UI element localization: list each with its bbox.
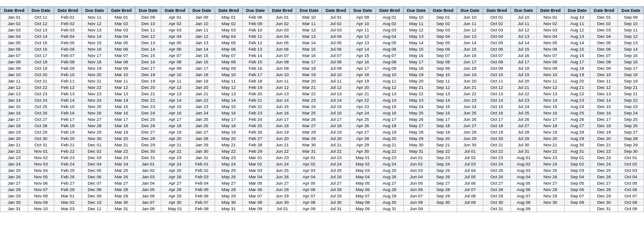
cell-10-7: Jan 19: [189, 78, 215, 84]
cell-10-5: Dec 19: [135, 78, 161, 84]
cell-15-19: Jul 25: [510, 110, 536, 116]
cell-21-6: Apr 22: [161, 148, 189, 155]
cell-2-16: Sep 03: [429, 27, 457, 33]
cell-16-19: Jul 26: [510, 116, 536, 123]
cell-21-9: Feb 29: [242, 148, 268, 155]
cell-7-20: Nov 08: [536, 59, 564, 65]
cell-1-20: Nov 02: [536, 21, 564, 27]
cell-1-2: Feb 02: [54, 21, 82, 27]
col-due-4: Due Date: [242, 7, 268, 14]
cell-18-1: Oct 29: [28, 129, 54, 135]
cell-28-9: Mar 07: [242, 193, 268, 199]
cell-28-13: May 07: [350, 193, 376, 199]
cell-18-8: May 19: [215, 129, 242, 135]
cell-9-16: Sep 10: [429, 72, 457, 78]
cell-18-6: Apr 19: [161, 129, 189, 135]
cell-5-8: May 06: [215, 46, 242, 52]
cell-26-15: Jun 05: [403, 180, 429, 186]
cell-15-9: Feb 23: [242, 110, 268, 116]
cell-26-21: Sep 05: [564, 180, 590, 186]
cell-22-19: Aug 01: [510, 155, 536, 161]
cell-11-20: Nov 12: [536, 84, 564, 91]
cell-25-11: Apr 04: [296, 174, 322, 180]
cell-8-23: Sep 17: [618, 65, 644, 72]
cell-3-6: Apr 04: [161, 33, 189, 40]
cell-16-15: May 26: [403, 116, 429, 123]
cell-26-9: Mar 05: [242, 180, 268, 186]
cell-25-13: May 04: [350, 174, 376, 180]
cell-19-7: Jan 28: [189, 135, 215, 142]
cell-23-15: Jun 02: [403, 161, 429, 167]
cell-2-14: Aug 03: [376, 27, 403, 33]
cell-14-7: Jan 23: [189, 103, 215, 110]
cell-0-16: Sep 01: [429, 14, 457, 21]
cell-0-5: Dec 09: [135, 14, 161, 21]
cell-4-23: Sep 13: [618, 40, 644, 46]
cell-12-16: Sep 13: [429, 91, 457, 97]
cell-7-0: Jan 08: [0, 59, 28, 65]
cell-5-23: Sep 14: [618, 46, 644, 52]
cell-9-6: Apr 10: [161, 72, 189, 78]
cell-13-23: Sep 22: [618, 97, 644, 103]
cell-9-2: Feb 10: [54, 72, 82, 78]
cell-24-22: Dec 25: [590, 167, 618, 174]
cell-29-14: Aug 30: [376, 199, 403, 206]
cell-27-14: Aug 28: [376, 186, 403, 193]
table-row: Jan 05Oct 15Feb 05Nov 15Mar 05Dec 13Apr …: [0, 40, 644, 46]
table-row: Jan 16Oct 26Feb 16Nov 26Mar 16Dec 24Apr …: [0, 110, 644, 116]
cell-12-17: Jun 22: [457, 91, 483, 97]
cell-5-13: Apr 14: [350, 46, 376, 52]
cell-4-22: Dec 05: [590, 40, 618, 46]
cell-20-19: Jul 30: [510, 142, 536, 148]
cell-7-18: Oct 08: [483, 59, 510, 65]
cell-8-12: Jul 09: [322, 65, 350, 72]
cell-17-8: May 18: [215, 123, 242, 129]
cell-8-2: Feb 09: [54, 65, 82, 72]
cell-10-18: Oct 11: [483, 78, 510, 84]
cell-26-17: Jul 06: [457, 180, 483, 186]
cell-23-5: Jan 01: [135, 161, 161, 167]
cell-20-6: Apr 21: [161, 142, 189, 148]
cell-24-16: Sep 25: [429, 167, 457, 174]
cell-16-23: Sep 25: [618, 116, 644, 123]
cell-12-19: Jul 22: [510, 91, 536, 97]
cell-13-13: Apr 22: [350, 97, 376, 103]
cell-21-17: Jul 01: [457, 148, 483, 155]
cell-21-5: Dec 30: [135, 148, 161, 155]
cell-27-13: May 06: [350, 186, 376, 193]
cell-1-10: Jun 02: [268, 21, 296, 27]
cell-3-5: Dec 12: [135, 33, 161, 40]
cell-1-1: Oct 12: [28, 21, 54, 27]
cell-12-9: Feb 20: [242, 91, 268, 97]
cell-16-1: Oct 27: [28, 116, 54, 123]
cell-7-5: Dec 16: [135, 59, 161, 65]
cell-4-19: Jul 14: [510, 40, 536, 46]
cell-13-3: Nov 24: [82, 97, 108, 103]
table-wrapper: Date BredDue DateDate BredDue DateDate B…: [0, 6, 644, 212]
cell-1-18: Oct 02: [483, 21, 510, 27]
cell-9-21: Aug 19: [564, 72, 590, 78]
cell-16-3: Nov 27: [82, 116, 108, 123]
cell-13-7: Jan 22: [189, 97, 215, 103]
col-due-8: Due Date: [457, 7, 483, 14]
cell-19-11: Mar 29: [296, 135, 322, 142]
cell-27-1: Nov 07: [28, 186, 54, 193]
cell-13-9: Feb 21: [242, 97, 268, 103]
col-due-10: Due Date: [564, 7, 590, 14]
cell-25-4: Mar 26: [108, 174, 135, 180]
table-row: Jan 31Nov 10Mar 03Dec 11Mar 31Jan 08May …: [0, 206, 644, 212]
cell-16-2: Feb 17: [54, 116, 82, 123]
cell-21-8: May 22: [215, 148, 242, 155]
cell-17-18: Oct 18: [483, 123, 510, 129]
cell-29-18: Oct 30: [483, 199, 510, 206]
cell-2-0: Jan 03: [0, 27, 28, 33]
cell-26-14: Aug 27: [376, 180, 403, 186]
cell-21-19: Jul 31: [510, 148, 536, 155]
cell-3-12: Jul 04: [322, 33, 350, 40]
cell-4-11: Mar 14: [296, 40, 322, 46]
cell-15-6: Apr 16: [161, 110, 189, 116]
cell-3-18: Oct 04: [483, 33, 510, 40]
cell-0-22: Dec 01: [590, 14, 618, 21]
cell-15-8: May 16: [215, 110, 242, 116]
cell-19-1: Oct 30: [28, 135, 54, 142]
